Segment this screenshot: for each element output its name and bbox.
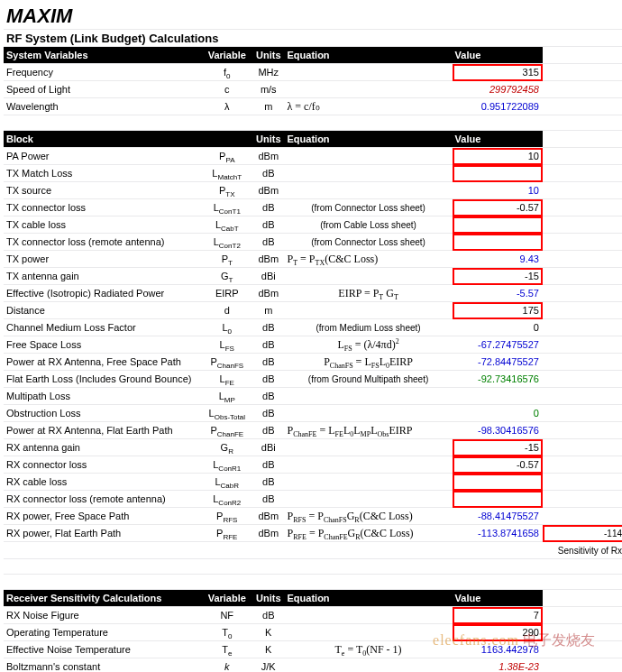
block-units: dBm: [252, 508, 285, 525]
block-label: RX power, Free Space Path: [4, 508, 202, 525]
block-var: PRFE: [202, 525, 252, 542]
block-value: 0: [453, 319, 543, 336]
block-value: -98.30416576: [453, 422, 543, 439]
block-var: GR: [202, 439, 252, 456]
block-value: -113.8741658: [453, 525, 543, 542]
receiver-equation: [285, 607, 453, 624]
block-units: dB: [252, 319, 285, 336]
block-value: [453, 388, 543, 405]
block-equation: [285, 302, 453, 319]
block-equation: LFS = (λ/4πd)2: [285, 336, 453, 354]
block-units: dB: [252, 336, 285, 354]
block-label: RX connector loss: [4, 456, 202, 474]
block-value: [453, 474, 543, 491]
block-equation: (from Connector Loss sheet): [285, 234, 453, 251]
receiver-value: 7: [453, 607, 543, 624]
block-units: dBm: [252, 251, 285, 268]
block-value: -0.57: [453, 199, 543, 216]
block-equation: [285, 388, 453, 405]
sysvar-units: MHz: [252, 64, 285, 81]
block-label: TX connector loss: [4, 199, 202, 216]
block-units: dBm: [252, 182, 285, 199]
hdr-sysvar: System Variables: [4, 47, 202, 64]
block-label: PA Power: [4, 148, 202, 165]
sysvar-value: 0.951722089: [453, 98, 543, 115]
block-var: PRFS: [202, 508, 252, 525]
block-label: Channel Medium Loss Factor: [4, 319, 202, 336]
block-var: LObs-Total: [202, 405, 252, 422]
block-value: -88.41475527: [453, 508, 543, 525]
block-var: LCabR: [202, 474, 252, 491]
block-var: LConR1: [202, 456, 252, 474]
block-value: [453, 216, 543, 234]
block-value: [453, 491, 543, 508]
block-value: 175: [453, 302, 543, 319]
receiver-var: k: [202, 658, 252, 673]
extra-value: -114: [543, 525, 622, 542]
receiver-units: K: [252, 624, 285, 641]
block-var: PTX: [202, 182, 252, 199]
block-equation: PChanFE = LFEL0LMPLObsEIRP: [285, 422, 453, 439]
receiver-var: T0: [202, 624, 252, 641]
sysvar-label: Wavelength: [4, 98, 202, 115]
block-var: EIRP: [202, 285, 252, 302]
block-label: TX connector loss (remote antenna): [4, 234, 202, 251]
block-equation: PT = PTX(C&C Loss): [285, 251, 453, 268]
block-var: L0: [202, 319, 252, 336]
block-var: LConR2: [202, 491, 252, 508]
receiver-label: Effective Noise Temperature: [4, 641, 202, 658]
block-label: RX cable loss: [4, 474, 202, 491]
hdr-units: Units: [252, 47, 285, 64]
spreadsheet-table: MAXIMRF System (Link Budget) Calculation…: [4, 4, 622, 672]
block-units: dB: [252, 422, 285, 439]
hdr-receiver: Receiver Sensitivity Calculations: [4, 590, 202, 607]
block-var: d: [202, 302, 252, 319]
block-var: PPA: [202, 148, 252, 165]
block-equation: PChanFS = LFSL0EIRP: [285, 354, 453, 371]
block-equation: [285, 491, 453, 508]
block-units: dBm: [252, 525, 285, 542]
sysvar-value: 299792458: [453, 81, 543, 98]
receiver-value: 290: [453, 624, 543, 641]
block-units: dB: [252, 456, 285, 474]
block-equation: (from Cable Loss sheet): [285, 216, 453, 234]
receiver-var: NF: [202, 607, 252, 624]
block-units: dBm: [252, 148, 285, 165]
block-label: TX antenna gain: [4, 268, 202, 285]
block-label: TX cable loss: [4, 216, 202, 234]
block-var: LConT1: [202, 199, 252, 216]
block-label: Effective (Isotropic) Radiated Power: [4, 285, 202, 302]
block-equation: (from Medium Loss sheet): [285, 319, 453, 336]
receiver-units: J/K: [252, 658, 285, 673]
sysvar-units: m/s: [252, 81, 285, 98]
block-equation: [285, 456, 453, 474]
block-equation: [285, 474, 453, 491]
sysvar-equation: [285, 81, 453, 98]
block-equation: PRFE = PChanFEGR(C&C Loss): [285, 525, 453, 542]
block-value: 9.43: [453, 251, 543, 268]
block-units: dBi: [252, 439, 285, 456]
block-value: [453, 165, 543, 182]
block-label: Power at RX Antenna, Flat Earth Path: [4, 422, 202, 439]
hdr-variable: Variable: [202, 47, 252, 64]
block-value: 10: [453, 182, 543, 199]
block-label: Power at RX Antenna, Free Space Path: [4, 354, 202, 371]
block-label: Distance: [4, 302, 202, 319]
block-equation: (from Connector Loss sheet): [285, 199, 453, 216]
block-label: Flat Earth Loss (Includes Ground Bounce): [4, 371, 202, 388]
block-value: -92.73416576: [453, 371, 543, 388]
sysvar-equation: λ = c/f₀: [285, 98, 453, 115]
block-var: LMatchT: [202, 165, 252, 182]
block-value: 10: [453, 148, 543, 165]
receiver-var: Te: [202, 641, 252, 658]
block-equation: [285, 182, 453, 199]
receiver-equation: [285, 658, 453, 673]
block-var: PT: [202, 251, 252, 268]
block-label: Free Space Loss: [4, 336, 202, 354]
block-equation: [285, 405, 453, 422]
block-units: dB: [252, 234, 285, 251]
block-value: -67.27475527: [453, 336, 543, 354]
block-var: PChanFE: [202, 422, 252, 439]
block-var: LCabT: [202, 216, 252, 234]
sysvar-value: 315: [453, 64, 543, 81]
